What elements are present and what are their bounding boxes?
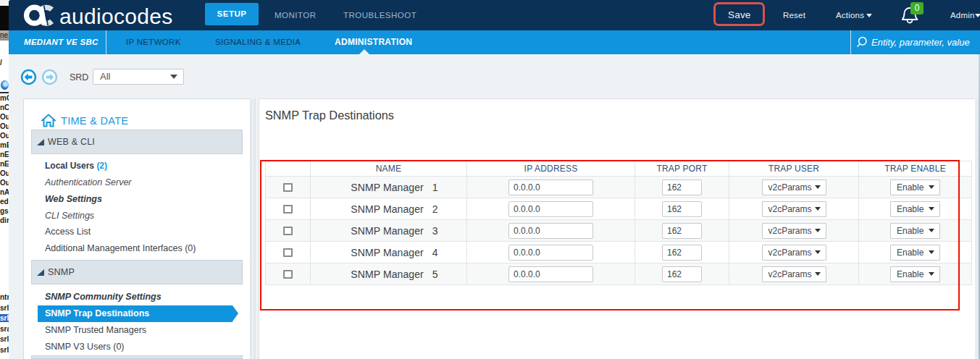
svg-text:audiocodes: audiocodes — [59, 4, 172, 28]
